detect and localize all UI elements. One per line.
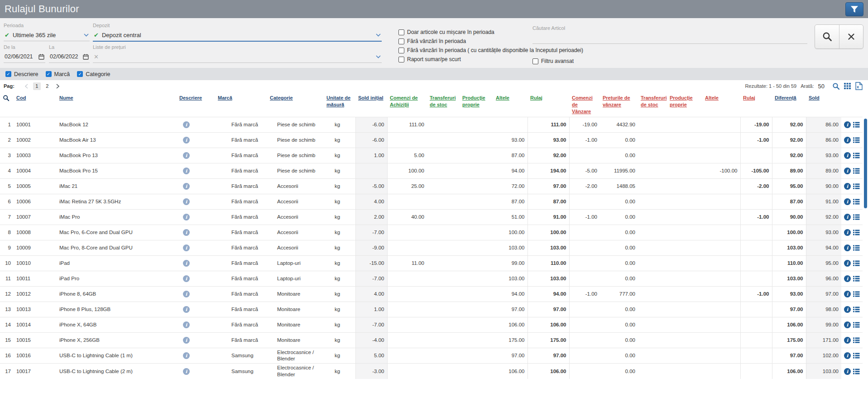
checkbox-advanced-filter[interactable]: Filtru avansat <box>532 58 574 64</box>
info-icon[interactable]: i <box>844 137 851 144</box>
info-icon[interactable]: i <box>183 137 190 144</box>
column-header-nume[interactable]: Nume <box>57 92 177 117</box>
column-header-rulaj-in[interactable]: Rulaj <box>528 92 569 117</box>
list-icon[interactable] <box>853 337 860 343</box>
info-icon[interactable]: i <box>183 244 190 251</box>
info-icon[interactable]: i <box>844 183 851 190</box>
info-icon[interactable]: i <box>183 214 190 220</box>
search-button[interactable] <box>815 25 839 48</box>
info-icon[interactable]: i <box>844 121 851 128</box>
table-search-icon[interactable] <box>0 92 14 117</box>
search-icon[interactable] <box>832 82 840 90</box>
list-icon[interactable] <box>853 353 860 359</box>
info-icon[interactable]: i <box>183 121 190 128</box>
info-icon[interactable]: i <box>844 152 851 159</box>
info-icon[interactable]: i <box>844 368 851 375</box>
calendar-icon[interactable] <box>38 54 44 60</box>
filter-toggle-button[interactable] <box>845 2 863 16</box>
column-header-marca[interactable]: Marcă <box>215 92 267 117</box>
info-icon[interactable]: i <box>183 260 190 267</box>
list-icon[interactable] <box>853 122 860 128</box>
price-list-select[interactable]: ✕ <box>93 51 382 63</box>
list-icon[interactable] <box>853 168 860 174</box>
article-search-input[interactable] <box>532 32 807 44</box>
clear-button[interactable] <box>839 25 863 48</box>
info-icon[interactable]: i <box>183 183 190 190</box>
column-header-comenzi-vanzare[interactable]: Comenzi de Vânzare <box>569 92 600 117</box>
info-icon[interactable]: i <box>183 352 190 359</box>
info-icon[interactable]: i <box>844 306 851 313</box>
period-select[interactable]: ✔ Ultimele 365 zile <box>4 29 90 41</box>
toggle-marca[interactable]: ✓ Marcă <box>46 71 70 77</box>
chevron-right-icon[interactable] <box>53 84 63 89</box>
list-icon[interactable] <box>853 322 860 328</box>
list-icon[interactable] <box>853 307 860 312</box>
date-to-input[interactable]: 02/06/2022 <box>49 51 90 63</box>
info-icon[interactable]: i <box>183 337 190 344</box>
show-count[interactable]: 50 <box>818 83 825 90</box>
list-icon[interactable] <box>853 199 860 205</box>
column-header-unitate[interactable]: Unitate de măsură <box>324 92 355 117</box>
column-header-altele-in[interactable]: Altele <box>493 92 528 117</box>
info-icon[interactable]: i <box>183 321 190 328</box>
page-number-1[interactable]: 1 <box>33 82 41 90</box>
toggle-categorie[interactable]: ✓ Categorie <box>77 71 110 77</box>
info-icon[interactable]: i <box>183 152 190 159</box>
info-icon[interactable]: i <box>844 260 851 267</box>
column-header-productie-proprie-in[interactable]: Producție proprie <box>460 92 493 117</box>
excel-export-icon[interactable]: x <box>855 82 863 90</box>
list-icon[interactable] <box>853 183 860 189</box>
info-icon[interactable]: i <box>183 368 190 375</box>
column-header-preturi-vanzare[interactable]: Preturile de vânzare <box>600 92 638 117</box>
info-icon[interactable]: i <box>844 337 851 344</box>
info-icon[interactable]: i <box>183 229 190 236</box>
column-header-productie-proprie-out[interactable]: Producție proprie <box>667 92 702 117</box>
column-header-rulaj-out[interactable]: Rulaj <box>740 92 772 117</box>
grid-icon[interactable] <box>844 83 851 89</box>
list-icon[interactable] <box>853 153 860 158</box>
vertical-scrollbar[interactable] <box>864 119 867 208</box>
column-header-sold-initial[interactable]: Sold inițial <box>355 92 387 117</box>
warehouse-select[interactable]: ✔ Depozit central <box>93 29 382 42</box>
list-icon[interactable] <box>853 214 860 220</box>
info-icon[interactable]: i <box>183 198 190 205</box>
checkbox-no-sales-with-qty[interactable]: Fără vânzări în perioada ( cu cantitățil… <box>398 47 583 53</box>
column-header-sold[interactable]: Sold <box>806 92 841 117</box>
column-header-diferenta[interactable]: Diferență <box>772 92 806 117</box>
list-icon[interactable] <box>853 276 860 282</box>
list-icon[interactable] <box>853 230 860 235</box>
toggle-descriere[interactable]: ✓ Descriere <box>5 71 38 77</box>
info-icon[interactable]: i <box>183 168 190 174</box>
column-header-categorie[interactable]: Categorie <box>267 92 324 117</box>
info-icon[interactable]: i <box>844 244 851 251</box>
list-icon[interactable] <box>853 137 860 143</box>
page-number-2[interactable]: 2 <box>43 82 51 90</box>
list-icon[interactable] <box>853 369 860 374</box>
info-icon[interactable]: i <box>844 229 851 236</box>
info-icon[interactable]: i <box>183 291 190 297</box>
info-icon[interactable]: i <box>844 275 851 282</box>
column-header-transferuri-stoc-out[interactable]: Transferuri de stoc <box>638 92 667 117</box>
date-from-input[interactable]: 02/06/2021 <box>4 51 45 63</box>
list-icon[interactable] <box>853 260 860 266</box>
chevron-left-icon[interactable] <box>21 84 32 89</box>
info-icon[interactable]: i <box>844 168 851 174</box>
column-header-cod[interactable]: Cod <box>14 92 57 117</box>
close-icon[interactable]: ✕ <box>94 53 99 60</box>
column-header-transferuri-stoc-in[interactable]: Transferuri de stoc <box>427 92 460 117</box>
info-icon[interactable]: i <box>183 275 190 282</box>
list-icon[interactable] <box>853 291 860 297</box>
cell-actions: i <box>841 286 863 302</box>
info-icon[interactable]: i <box>183 306 190 313</box>
cell-rulaj_in: 94.00 <box>528 286 569 302</box>
list-icon[interactable] <box>853 245 860 251</box>
calendar-icon[interactable] <box>83 54 89 60</box>
column-header-descriere[interactable]: Descriere <box>177 92 215 117</box>
info-icon[interactable]: i <box>844 352 851 359</box>
info-icon[interactable]: i <box>844 214 851 220</box>
column-header-comenzi-achizitii[interactable]: Comenzi de Achiziții <box>387 92 427 117</box>
info-icon[interactable]: i <box>844 321 851 328</box>
info-icon[interactable]: i <box>844 291 851 297</box>
info-icon[interactable]: i <box>844 198 851 205</box>
column-header-altele-out[interactable]: Altele <box>702 92 740 117</box>
